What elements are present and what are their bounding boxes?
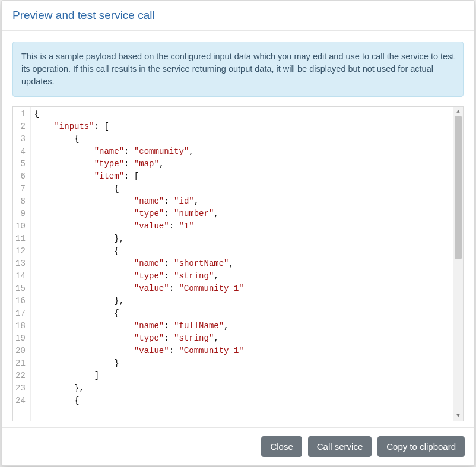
line-number: 21 [15, 357, 26, 370]
line-number: 12 [15, 245, 26, 258]
code-line[interactable]: } [34, 357, 453, 370]
line-number: 9 [15, 208, 26, 220]
code-line[interactable]: "type": "string", [34, 270, 453, 282]
code-line[interactable]: "value": "1" [34, 220, 453, 233]
code-line[interactable]: "name": "id", [34, 195, 453, 208]
editor-code-area[interactable]: { "inputs": [ { "name": "community", "ty… [31, 107, 453, 420]
modal-body: This is a sample payload based on the co… [2, 31, 474, 427]
line-number: 6 [15, 170, 26, 183]
code-line[interactable]: }, [34, 233, 453, 245]
line-number: 2 [15, 120, 26, 133]
code-line[interactable]: }, [34, 295, 453, 307]
code-line[interactable]: "type": "string", [34, 332, 453, 345]
modal-title: Preview and test service call [12, 9, 464, 22]
code-line[interactable]: "name": "community", [34, 145, 453, 158]
line-number: 13 [15, 258, 26, 270]
code-line[interactable]: "value": "Community 1" [34, 345, 453, 357]
copy-to-clipboard-button[interactable]: Copy to clipboard [377, 436, 465, 458]
code-line[interactable]: { [34, 183, 453, 195]
modal-header: Preview and test service call [2, 1, 474, 31]
code-line[interactable]: { [34, 108, 453, 120]
line-number: 15 [15, 282, 26, 295]
code-line[interactable]: "value": "Community 1" [34, 282, 453, 295]
editor-scrollbar[interactable]: ▲ ▼ [453, 107, 463, 420]
line-number: 8 [15, 195, 26, 208]
line-number: 24 [15, 395, 26, 407]
scroll-up-icon[interactable]: ▲ [453, 107, 463, 116]
code-line[interactable]: }, [34, 382, 453, 395]
payload-editor[interactable]: 123456789101112131415161718192021222324 … [12, 106, 464, 421]
line-number: 1 [15, 108, 26, 120]
preview-test-service-modal: Preview and test service call This is a … [1, 0, 475, 466]
line-number: 23 [15, 382, 26, 395]
line-number: 5 [15, 158, 26, 170]
close-button[interactable]: Close [261, 436, 302, 458]
code-line[interactable]: "type": "number", [34, 208, 453, 220]
line-number: 11 [15, 233, 26, 245]
line-number: 16 [15, 295, 26, 307]
line-number: 7 [15, 183, 26, 195]
code-line[interactable]: "item": [ [34, 170, 453, 183]
code-line[interactable]: { [34, 245, 453, 258]
code-line[interactable]: "name": "fullName", [34, 320, 453, 332]
line-number: 10 [15, 220, 26, 233]
line-number: 17 [15, 307, 26, 320]
code-line[interactable]: "name": "shortName", [34, 258, 453, 270]
line-number: 20 [15, 345, 26, 357]
line-number: 14 [15, 270, 26, 282]
code-line[interactable]: "inputs": [ [34, 120, 453, 133]
editor-gutter: 123456789101112131415161718192021222324 [13, 107, 31, 420]
scroll-down-icon[interactable]: ▼ [453, 411, 463, 421]
code-line[interactable]: "type": "map", [34, 158, 453, 170]
modal-footer: Close Call service Copy to clipboard [2, 427, 474, 466]
line-number: 4 [15, 145, 26, 158]
line-number: 18 [15, 320, 26, 332]
code-line[interactable]: ] [34, 370, 453, 382]
line-number: 19 [15, 332, 26, 345]
code-line[interactable]: { [34, 133, 453, 145]
info-alert: This is a sample payload based on the co… [12, 42, 464, 97]
code-line[interactable]: { [34, 395, 453, 407]
scroll-thumb[interactable] [455, 116, 462, 259]
line-number: 3 [15, 133, 26, 145]
call-service-button[interactable]: Call service [308, 436, 372, 458]
line-number: 22 [15, 370, 26, 382]
code-line[interactable]: { [34, 307, 453, 320]
